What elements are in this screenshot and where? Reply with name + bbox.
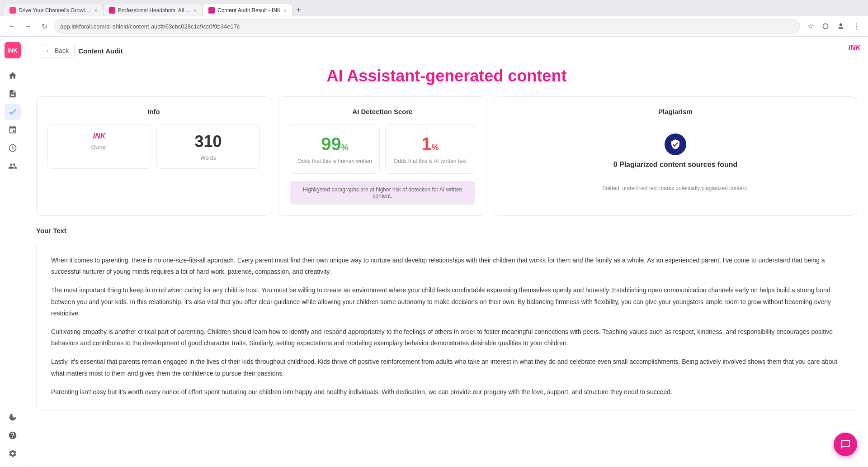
sidebar: INK <box>0 37 25 467</box>
page-header: ← Back Content Audit AI Assistant-genera… <box>25 37 868 96</box>
sidebar-item-check[interactable] <box>5 104 21 120</box>
chat-icon <box>840 439 851 450</box>
plagiarism-count: 0 Plagiarized content sources found <box>613 161 738 169</box>
ai-detection-card: AI Detection Score 99% Odds that this is… <box>278 96 486 216</box>
browser-toolbar: ← → ↻ app.inkforall.com/ai-shield/conten… <box>0 16 868 36</box>
bookmark-icon[interactable]: ☆ <box>804 20 816 33</box>
toolbar-icons: ☆ ⋮ <box>804 20 863 33</box>
human-score-label: Odds that this is human written <box>296 158 374 164</box>
words-count: 310 <box>164 132 252 151</box>
sidebar-item-settings[interactable] <box>5 445 21 462</box>
tab-close-1[interactable]: × <box>94 8 97 13</box>
ink-logo-top-right[interactable]: INK <box>848 44 861 52</box>
sidebar-logo[interactable]: INK <box>5 42 21 58</box>
human-score-number: 99% <box>296 134 374 154</box>
tab-close-3[interactable]: × <box>283 8 286 13</box>
ai-score-value: 1 <box>421 134 431 154</box>
moon-icon <box>8 413 17 422</box>
human-score-value: 99 <box>321 134 341 154</box>
plagiarism-sources-label: Plagiarized content sources found <box>619 161 737 168</box>
sidebar-item-calendar[interactable] <box>5 122 21 138</box>
tab-favicon-2 <box>109 7 115 14</box>
your-text-section: Your Text When it comes to parenting, th… <box>25 227 868 425</box>
cards-row: Info INK Owner 310 Words AI Detection Sc… <box>25 96 868 227</box>
words-box: 310 Words <box>156 124 260 169</box>
tab-3[interactable]: Content Audit Result - INK × <box>203 4 292 16</box>
chat-button[interactable] <box>834 433 857 456</box>
main-content: INK ← Back Content Audit AI Assistant-ge… <box>25 37 868 467</box>
sidebar-item-home[interactable] <box>5 67 21 84</box>
owner-logo: INK <box>55 132 143 140</box>
back-arrow-icon: ← <box>46 47 52 54</box>
users-icon <box>8 162 17 171</box>
detection-card-title: AI Detection Score <box>290 108 475 115</box>
address-bar[interactable]: app.inkforall.com/ai-shield/content-audi… <box>54 19 800 33</box>
paragraph-2: The most important thing to keep in mind… <box>51 285 842 319</box>
plagiarism-note: Bolded, underlined text marks potentiall… <box>505 185 846 191</box>
tab-favicon-1 <box>9 7 16 14</box>
extension-icon[interactable] <box>819 20 832 33</box>
help-icon <box>8 431 17 440</box>
sidebar-item-users[interactable] <box>5 158 21 174</box>
tab-1[interactable]: Drive Your Channel's Growth Wi... × <box>4 4 103 16</box>
back-label: Back <box>55 47 69 54</box>
new-tab-button[interactable]: + <box>292 4 305 16</box>
human-score-pct: % <box>341 143 349 152</box>
paragraph-1: When it comes to parenting, there is no … <box>51 255 842 277</box>
tab-title-1: Drive Your Channel's Growth Wi... <box>19 7 92 14</box>
ai-score-box: 1% Odds that this is AI written text <box>385 124 475 174</box>
sidebar-bottom <box>5 409 21 462</box>
sidebar-item-help[interactable] <box>5 427 21 443</box>
plagiarism-card: Plagiarism 0 Plagiarized content sources… <box>494 96 857 216</box>
tab-favicon-3 <box>208 7 215 14</box>
detection-note: Highlighted paragraphs are at higher ris… <box>290 181 475 205</box>
plagiarism-card-title: Plagiarism <box>505 108 846 115</box>
back-button[interactable]: ← Back <box>40 44 75 57</box>
info-card-title: Info <box>47 108 260 115</box>
ai-score-pct: % <box>432 143 439 152</box>
browser-tabs: Drive Your Channel's Growth Wi... × Prof… <box>0 0 868 16</box>
profile-icon[interactable] <box>835 20 847 33</box>
tab-title-3: Content Audit Result - INK <box>217 7 281 14</box>
shield-svg <box>670 139 681 150</box>
human-score-box: 99% Odds that this is human written <box>290 124 380 174</box>
url-text: app.inkforall.com/ai-shield/content-audi… <box>60 23 240 30</box>
shield-icon <box>665 133 686 155</box>
calendar-icon <box>8 125 17 134</box>
tab-title-2: Professional Headshots: All you... <box>118 7 191 14</box>
forward-nav-button[interactable]: → <box>22 20 34 33</box>
paragraph-5: Parenting isn't easy but it's worth ever… <box>51 386 842 398</box>
plagiarism-count-value: 0 <box>613 161 618 168</box>
ai-score-label: Odds that this is AI written text <box>391 158 469 164</box>
sidebar-item-moon[interactable] <box>5 409 21 425</box>
ai-score-number: 1% <box>391 134 469 154</box>
owner-label: Owner <box>55 144 143 150</box>
back-navigation: ← Back Content Audit <box>40 44 854 57</box>
app-wrapper: INK <box>0 37 868 467</box>
paragraph-3: Cultivating empathy is another critical … <box>51 326 842 349</box>
docs-icon <box>8 89 17 98</box>
your-text-title: Your Text <box>36 227 857 234</box>
owner-box: INK Owner <box>47 124 151 169</box>
paragraph-4: Lastly, it's essential that parents rema… <box>51 356 842 379</box>
settings-icon <box>8 449 17 458</box>
menu-icon[interactable]: ⋮ <box>850 20 863 33</box>
home-icon <box>8 71 17 80</box>
tab-close-2[interactable]: × <box>194 8 197 13</box>
plagiarism-shield: 0 Plagiarized content sources found <box>505 124 846 178</box>
info-card: Info INK Owner 310 Words <box>36 96 271 216</box>
tab-2[interactable]: Professional Headshots: All you... × <box>103 4 203 16</box>
browser-chrome: Drive Your Channel's Growth Wi... × Prof… <box>0 0 868 37</box>
detection-scores: 99% Odds that this is human written 1% O… <box>290 124 475 174</box>
page-title: AI Assistant-generated content <box>40 61 854 96</box>
check-icon <box>8 107 17 116</box>
sidebar-item-docs[interactable] <box>5 86 21 102</box>
sidebar-item-clock[interactable] <box>5 140 21 156</box>
clock-icon <box>8 143 17 152</box>
refresh-button[interactable]: ↻ <box>38 20 51 33</box>
words-label: Words <box>164 155 252 161</box>
info-boxes: INK Owner 310 Words <box>47 124 260 169</box>
back-nav-button[interactable]: ← <box>5 20 18 33</box>
text-content: When it comes to parenting, there is no … <box>36 242 857 411</box>
breadcrumb: Content Audit <box>78 47 123 55</box>
